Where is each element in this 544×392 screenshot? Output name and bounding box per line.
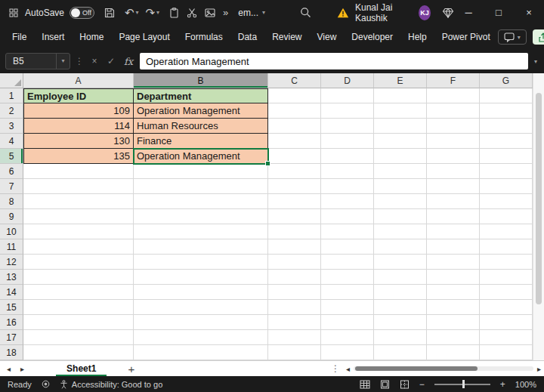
scroll-right-icon[interactable]: ▸ [537,365,541,373]
formula-bar-expand-icon[interactable]: ▾ [533,58,539,65]
cell-a5[interactable]: 135 [23,149,134,164]
cell-b4[interactable]: Finance [134,134,268,149]
clipboard-icon[interactable] [169,8,179,18]
column-header-e[interactable]: E [374,73,427,88]
cell-b9[interactable] [134,209,268,224]
cell-f4[interactable] [427,134,480,149]
user-name[interactable]: Kunal Jai Kaushik [355,2,413,23]
column-header-c[interactable]: C [268,73,321,88]
document-name[interactable]: em...▾ [238,8,265,18]
cell-d16[interactable] [321,315,374,330]
row-header-2[interactable]: 2 [0,103,23,119]
minimize-button[interactable]: ─ [453,0,484,25]
scroll-left-icon[interactable]: ◂ [346,365,350,373]
cell-f13[interactable] [427,270,480,285]
cell-c15[interactable] [268,300,321,315]
row-header-16[interactable]: 16 [0,315,23,330]
row-header-3[interactable]: 3 [0,119,23,134]
row-header-14[interactable]: 14 [0,285,23,300]
cell-e13[interactable] [374,270,427,285]
row-header-8[interactable]: 8 [0,194,23,209]
cell-e11[interactable] [374,239,427,255]
cell-e1[interactable] [374,88,427,103]
cell-d14[interactable] [321,285,374,300]
cell-c4[interactable] [268,134,321,149]
cell-b13[interactable] [134,270,268,285]
cell-b6[interactable] [134,164,268,179]
cell-e17[interactable] [374,330,427,345]
menu-item-developer[interactable]: Developer [344,25,400,49]
enter-icon[interactable]: ✓ [105,56,117,66]
row-header-1[interactable]: 1 [0,88,23,103]
cell-d3[interactable] [321,119,374,134]
horizontal-scrollbar[interactable]: ◂ ▸ [346,365,544,373]
cell-c2[interactable] [268,103,321,119]
row-header-15[interactable]: 15 [0,300,23,315]
row-header-9[interactable]: 9 [0,209,23,224]
formula-input[interactable]: Operation Management [140,53,528,69]
cell-e16[interactable] [374,315,427,330]
page-break-view-icon[interactable] [400,380,410,389]
cell-d7[interactable] [321,179,374,194]
menu-item-home[interactable]: Home [72,25,111,49]
cell-a1[interactable]: Employee ID [23,88,134,103]
cell-f3[interactable] [427,119,480,134]
cell-a4[interactable]: 130 [23,134,134,149]
normal-view-icon[interactable] [360,380,370,389]
cell-c18[interactable] [268,345,321,360]
undo-button[interactable]: ↶▾ [125,7,139,18]
cell-g14[interactable] [480,285,533,300]
cell-a12[interactable] [23,255,134,270]
cell-a8[interactable] [23,194,134,209]
cell-c9[interactable] [268,209,321,224]
cell-c8[interactable] [268,194,321,209]
cell-f18[interactable] [427,345,480,360]
zoom-thumb[interactable] [462,380,465,388]
cell-g8[interactable] [480,194,533,209]
avatar[interactable]: KJ [419,5,431,20]
add-sheet-button[interactable]: + [128,363,134,375]
cell-b17[interactable] [134,330,268,345]
row-header-6[interactable]: 6 [0,164,23,179]
cell-d2[interactable] [321,103,374,119]
cell-e5[interactable] [374,149,427,164]
cell-c6[interactable] [268,164,321,179]
menu-item-page-layout[interactable]: Page Layout [111,25,177,49]
cell-f17[interactable] [427,330,480,345]
cell-e7[interactable] [374,179,427,194]
cell-a15[interactable] [23,300,134,315]
cell-b3[interactable]: Human Resources [134,119,268,134]
cell-c14[interactable] [268,285,321,300]
cell-f14[interactable] [427,285,480,300]
qat-overflow-chevron[interactable]: » [223,8,228,17]
cell-c10[interactable] [268,224,321,239]
formula-bar-grip[interactable]: ⋮ [75,56,84,66]
cell-g4[interactable] [480,134,533,149]
column-header-f[interactable]: F [427,73,480,88]
cell-c12[interactable] [268,255,321,270]
cell-c3[interactable] [268,119,321,134]
cell-a3[interactable]: 114 [23,119,134,134]
cell-g13[interactable] [480,270,533,285]
cell-a10[interactable] [23,224,134,239]
cell-e18[interactable] [374,345,427,360]
cell-f16[interactable] [427,315,480,330]
cell-g2[interactable] [480,103,533,119]
zoom-in-button[interactable]: + [500,379,505,390]
cell-b10[interactable] [134,224,268,239]
vertical-scrollbar[interactable] [533,73,544,360]
cell-b18[interactable] [134,345,268,360]
cell-b7[interactable] [134,179,268,194]
cell-g15[interactable] [480,300,533,315]
cell-g7[interactable] [480,179,533,194]
column-header-g[interactable]: G [480,73,533,88]
horizontal-scrollbar-track[interactable] [354,366,533,371]
cell-g10[interactable] [480,224,533,239]
cell-f11[interactable] [427,239,480,255]
cell-d10[interactable] [321,224,374,239]
macro-record-icon[interactable] [42,380,50,388]
cell-c7[interactable] [268,179,321,194]
redo-button[interactable]: ↷▾ [145,7,159,18]
cell-g11[interactable] [480,239,533,255]
cell-c11[interactable] [268,239,321,255]
